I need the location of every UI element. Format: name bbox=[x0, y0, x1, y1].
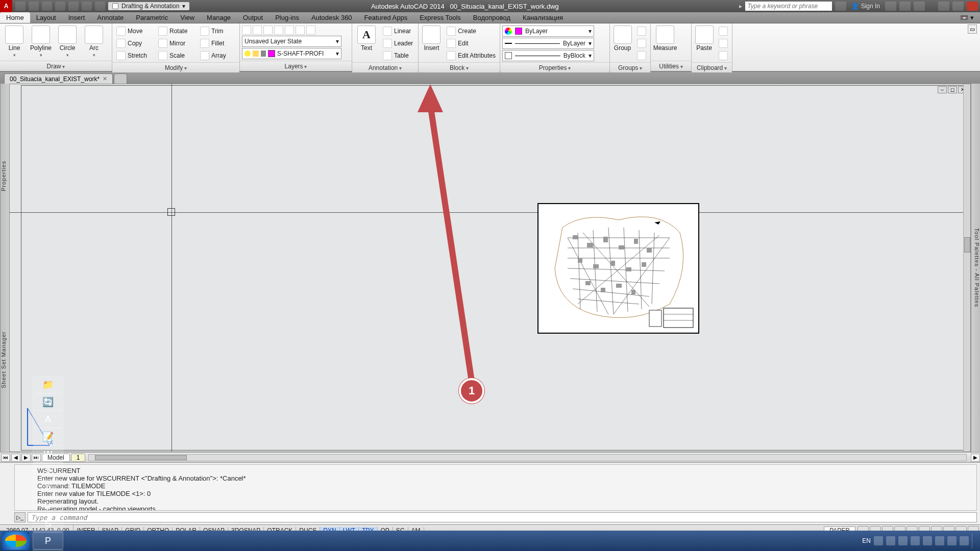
group-select-icon[interactable] bbox=[635, 50, 648, 61]
mirror-button[interactable]: Mirror bbox=[156, 38, 195, 49]
exchange-apps-icon[interactable] bbox=[885, 2, 896, 11]
text-button[interactable]: AText bbox=[354, 24, 379, 52]
move-button[interactable]: Move bbox=[114, 26, 153, 37]
table-button[interactable]: Table bbox=[381, 50, 415, 61]
maximize-button[interactable] bbox=[952, 2, 964, 11]
vp-maximize-icon[interactable]: ◻ bbox=[948, 86, 957, 93]
tray-lang[interactable]: EN bbox=[862, 537, 871, 544]
drawing-canvas[interactable]: – ◻ ✕ bbox=[9, 84, 971, 452]
layer-off-icon[interactable] bbox=[253, 26, 262, 35]
vp-minimize-icon[interactable]: – bbox=[938, 86, 947, 93]
current-layer-dropdown[interactable]: S-SHAFT-PROFI ▾ bbox=[242, 48, 341, 59]
qat-new-icon[interactable] bbox=[15, 2, 26, 11]
taskbar-app-powerpoint[interactable]: P bbox=[33, 480, 63, 497]
search-icon[interactable] bbox=[835, 2, 846, 11]
fillet-button[interactable]: Fillet bbox=[198, 38, 237, 49]
tray-action-icon[interactable] bbox=[911, 536, 920, 545]
ribbon-tab-insert[interactable]: Insert bbox=[62, 12, 91, 23]
show-desktop-button[interactable] bbox=[972, 533, 975, 548]
scrollbar-thumb[interactable] bbox=[964, 237, 970, 253]
panel-label-modify[interactable]: Modify bbox=[112, 62, 239, 72]
close-button[interactable] bbox=[967, 2, 978, 11]
layout-next-icon[interactable]: ▶ bbox=[21, 454, 31, 462]
sheetset-palette-bar[interactable]: Sheet Set Manager bbox=[0, 268, 9, 452]
ribbon-minimize-button[interactable]: ▭ bbox=[968, 24, 977, 34]
copy-icon[interactable] bbox=[717, 38, 730, 49]
help-icon[interactable] bbox=[914, 2, 925, 11]
panel-label-layers[interactable]: Layers bbox=[240, 61, 352, 71]
qat-undo-icon[interactable] bbox=[82, 2, 92, 11]
properties-palette-bar[interactable]: Properties bbox=[0, 84, 9, 268]
stretch-button[interactable]: Stretch bbox=[114, 50, 153, 61]
ribbon-tab-layout[interactable]: Layout bbox=[30, 12, 62, 23]
panel-label-groups[interactable]: Groups bbox=[610, 62, 650, 72]
layer-props-icon[interactable] bbox=[242, 26, 251, 35]
drawing-tab[interactable]: 00_Situacia_kanal_EXIST_work* ✕ bbox=[4, 73, 113, 84]
taskbar-app-autocad[interactable]: A bbox=[33, 411, 63, 428]
qat-redo-icon[interactable] bbox=[95, 2, 105, 11]
group-edit-icon[interactable] bbox=[635, 38, 648, 49]
group-button[interactable]: Group bbox=[612, 24, 633, 52]
tray-volume-icon[interactable] bbox=[898, 536, 908, 545]
app-menu-button[interactable]: A bbox=[0, 0, 12, 12]
minimize-button[interactable] bbox=[938, 2, 949, 11]
layout-tab-1[interactable]: 1 bbox=[71, 454, 86, 462]
tray-flag-icon[interactable] bbox=[874, 536, 883, 545]
taskbar-app-explorer[interactable]: 📁 bbox=[33, 376, 63, 393]
arc-button[interactable]: Arc▾ bbox=[82, 24, 106, 58]
horizontal-scrollbar[interactable] bbox=[88, 454, 967, 461]
matchprop-icon[interactable] bbox=[717, 50, 730, 61]
layer-prev-icon[interactable] bbox=[296, 26, 305, 35]
taskbar-app-project[interactable]: P bbox=[33, 532, 63, 549]
qat-open-icon[interactable] bbox=[29, 2, 39, 11]
scale-button[interactable]: Scale bbox=[156, 50, 195, 61]
rotate-button[interactable]: Rotate bbox=[156, 26, 195, 37]
taskbar-app-sync[interactable]: 🔄 bbox=[33, 393, 63, 411]
taskbar-app-skype[interactable]: S bbox=[33, 515, 63, 532]
stay-connected-icon[interactable] bbox=[899, 2, 911, 11]
tray-acad-icon[interactable] bbox=[960, 536, 969, 545]
lineweight-dropdown[interactable]: ByBlock▾ bbox=[502, 50, 594, 61]
line-button[interactable]: Line▾ bbox=[2, 24, 27, 58]
ungroup-icon[interactable] bbox=[635, 26, 648, 37]
help-search-input[interactable] bbox=[745, 2, 832, 11]
layer-freeze-icon[interactable] bbox=[263, 26, 273, 35]
signin-button[interactable]: 👤 Sign In bbox=[849, 3, 882, 10]
start-button[interactable] bbox=[2, 532, 30, 550]
ribbon-tab-manage[interactable]: Manage bbox=[201, 12, 237, 23]
ribbon-tab-home[interactable]: Home bbox=[0, 12, 30, 23]
tray-av-icon[interactable] bbox=[923, 536, 932, 545]
copy-button[interactable]: Copy bbox=[114, 38, 153, 49]
panel-label-draw[interactable]: Draw bbox=[0, 61, 112, 71]
ribbon-tab-view[interactable]: View bbox=[174, 12, 201, 23]
panel-label-utilities[interactable]: Utilities bbox=[651, 61, 691, 71]
taskbar-app-word[interactable]: W bbox=[33, 445, 63, 463]
ribbon-tab-autodesk-360[interactable]: Autodesk 360 bbox=[305, 12, 358, 23]
scroll-right-icon[interactable]: ▶ bbox=[971, 454, 980, 462]
array-button[interactable]: Array bbox=[198, 50, 237, 61]
create-button[interactable]: Create bbox=[445, 26, 498, 37]
ribbon-overflow-button[interactable]: 📼 ▾ bbox=[954, 12, 980, 23]
layer-iso-icon[interactable] bbox=[306, 26, 315, 35]
tray-network-icon[interactable] bbox=[886, 536, 895, 545]
tool-palettes-bar[interactable]: Tool Palettes - All Palettes bbox=[971, 84, 980, 452]
command-prompt-icon[interactable]: ▷_ bbox=[14, 512, 26, 522]
taskbar-app-calc[interactable]: 🖩 bbox=[33, 497, 63, 515]
panel-label-properties[interactable]: Properties bbox=[500, 62, 609, 72]
ribbon-tab-канализация[interactable]: Канализация bbox=[517, 12, 569, 23]
cut-icon[interactable] bbox=[717, 26, 730, 37]
command-history[interactable]: ✕WSCURRENT Enter new value for WSCURRENT… bbox=[14, 464, 977, 511]
tray-bt-icon[interactable] bbox=[935, 536, 944, 545]
paste-button[interactable]: Paste bbox=[694, 24, 715, 52]
layer-lock-icon[interactable] bbox=[274, 26, 283, 35]
measure-button[interactable]: Measure bbox=[653, 24, 677, 52]
ribbon-tab-annotate[interactable]: Annotate bbox=[91, 12, 130, 23]
ribbon-tab-express-tools[interactable]: Express Tools bbox=[413, 12, 467, 23]
layout-prev-icon[interactable]: ◀ bbox=[11, 454, 20, 462]
ribbon-tab-output[interactable]: Output bbox=[237, 12, 269, 23]
linetype-dropdown[interactable]: ByLayer▾ bbox=[502, 38, 594, 49]
panel-label-clipboard[interactable]: Clipboard bbox=[692, 62, 732, 72]
edit-button[interactable]: Edit bbox=[445, 38, 498, 49]
circle-button[interactable]: Circle▾ bbox=[55, 24, 80, 58]
taskbar-app-notepad[interactable]: 📝 bbox=[33, 428, 63, 445]
